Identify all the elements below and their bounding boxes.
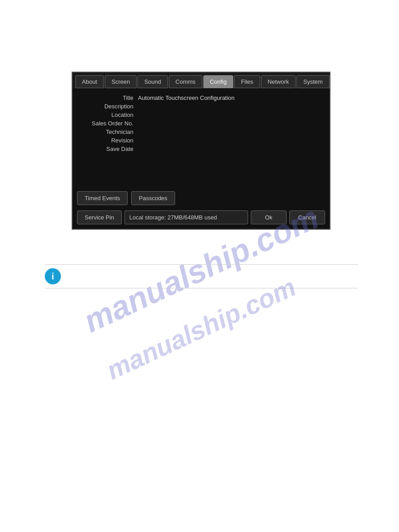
tab-about[interactable]: About: [75, 75, 104, 88]
field-description: Description: [80, 103, 322, 110]
passcodes-button[interactable]: Passcodes: [131, 191, 175, 205]
tab-network[interactable]: Network: [261, 75, 296, 88]
value-title: Automatic Touchscreen Configuration: [138, 94, 322, 101]
info-icon-row: i: [45, 264, 358, 288]
label-location: Location: [80, 112, 138, 118]
tab-screen[interactable]: Screen: [105, 75, 137, 88]
field-location: Location: [80, 112, 322, 118]
label-technician: Technician: [80, 129, 138, 135]
tab-files[interactable]: Files: [234, 75, 260, 88]
value-save-date: [138, 146, 322, 152]
value-location: [138, 112, 322, 118]
info-icon: i: [45, 268, 61, 284]
field-technician: Technician: [80, 129, 322, 135]
field-save-date: Save Date: [80, 146, 322, 152]
tab-comms[interactable]: Comms: [169, 75, 202, 88]
value-revision: [138, 137, 322, 144]
action-row-2: Service Pin Local storage: 27MB/648MB us…: [73, 208, 330, 229]
ui-panel: About Screen Sound Comms Config Files Ne…: [72, 72, 330, 230]
tab-config[interactable]: Config: [203, 75, 234, 88]
cancel-button[interactable]: Cancel: [289, 210, 325, 224]
value-technician: [138, 129, 322, 135]
value-description: [138, 103, 322, 110]
label-save-date: Save Date: [80, 146, 138, 152]
field-sales-order: Sales Order No.: [80, 120, 322, 127]
label-description: Description: [80, 103, 138, 110]
tab-sound[interactable]: Sound: [137, 75, 168, 88]
label-revision: Revision: [80, 137, 138, 144]
action-row-1: Timed Events Passcodes: [73, 187, 330, 208]
label-title: Title: [80, 94, 138, 101]
tab-bar: About Screen Sound Comms Config Files Ne…: [73, 73, 330, 88]
value-sales-order: [138, 120, 322, 127]
field-title: Title Automatic Touchscreen Configuratio…: [80, 94, 322, 101]
local-storage-button[interactable]: Local storage: 27MB/648MB used: [124, 210, 248, 224]
field-revision: Revision: [80, 137, 322, 144]
page-container: About Screen Sound Comms Config Files Ne…: [0, 0, 399, 532]
label-sales-order: Sales Order No.: [80, 120, 138, 127]
content-area: Title Automatic Touchscreen Configuratio…: [73, 88, 330, 187]
timed-events-button[interactable]: Timed Events: [77, 191, 128, 205]
ok-button[interactable]: Ok: [251, 210, 287, 224]
service-pin-button[interactable]: Service Pin: [77, 210, 122, 224]
tab-system[interactable]: System: [296, 75, 329, 88]
